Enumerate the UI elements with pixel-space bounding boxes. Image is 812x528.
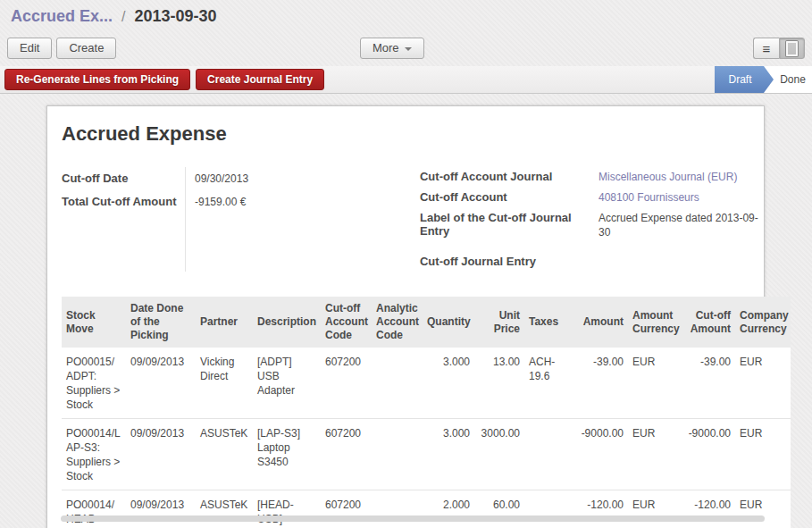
cell-company-currency: EUR — [735, 419, 791, 490]
breadcrumb-parent-link[interactable]: Accrued Ex... — [11, 7, 113, 25]
cell-description: [HEAD-USB] Headset USB — [253, 490, 321, 528]
form-sheet: Accrued Expense Cut-off DateTotal Cut-of… — [46, 105, 765, 528]
cell-partner: ASUSTeK — [196, 419, 253, 490]
regenerate-lines-button[interactable]: Re-Generate Lines from Picking — [4, 69, 190, 90]
col-header-description: Description — [253, 297, 321, 348]
col-header-taxes: Taxes — [524, 297, 576, 348]
cell-stock-move: PO00015/ADPT: Suppliers > Stock — [62, 348, 126, 419]
cell-cut-off-account-code: 607200 — [321, 348, 372, 419]
cell-taxes — [524, 419, 576, 490]
cell-analytic-account-code — [372, 419, 423, 490]
field-group-right: Cut-off Account JournalMiscellaneous Jou… — [420, 167, 764, 272]
cell-company-currency: EUR — [735, 348, 791, 419]
table-row[interactable]: PO00015/ADPT: Suppliers > Stock09/09/201… — [62, 348, 791, 419]
field-value-cut-off-date: 09/30/2013 — [195, 167, 420, 190]
cell-amount: -120.00 — [576, 490, 628, 528]
cutoff-lines-table: Stock MoveDate Done of the PickingPartne… — [62, 297, 791, 528]
status-state-done: Done — [774, 66, 812, 93]
field-label-cut-off-journal-entry: Cut-off Journal Entry — [420, 243, 599, 272]
toolbar: Edit Create More ≡ — [0, 32, 812, 66]
cell-amount-currency: EUR — [628, 419, 683, 490]
cell-unit-price: 3000.00 — [474, 419, 524, 490]
col-header-date-done-of-the-picking: Date Done of the Picking — [126, 297, 196, 348]
create-journal-entry-button[interactable]: Create Journal Entry — [196, 69, 324, 90]
cell-date-done-of-the-picking: 09/09/2013 — [126, 348, 196, 419]
cell-analytic-account-code — [372, 348, 423, 419]
table-row[interactable]: PO00014/LAP-S3: Suppliers > Stock09/09/2… — [62, 419, 791, 490]
cell-quantity: 3.000 — [423, 419, 474, 490]
cell-cut-off-amount: -39.00 — [683, 348, 735, 419]
breadcrumb-current: 2013-09-30 — [135, 7, 217, 25]
col-header-amount: Amount — [576, 297, 628, 348]
cell-amount: -9000.00 — [576, 419, 628, 490]
cell-analytic-account-code — [372, 490, 423, 528]
col-header-company-currency: Company Currency — [735, 297, 791, 348]
col-header-quantity: Quantity — [423, 297, 474, 348]
cell-date-done-of-the-picking: 09/09/2013 — [126, 419, 196, 490]
cell-unit-price: 60.00 — [474, 490, 524, 528]
horizontal-scrollbar[interactable] — [61, 515, 765, 522]
status-state-draft: Draft — [715, 66, 774, 93]
table-row[interactable]: PO00014/HEAD-USB: Suppliers > Stock09/09… — [62, 490, 791, 528]
col-header-stock-move: Stock Move — [62, 297, 126, 348]
cell-quantity: 2.000 — [423, 490, 474, 528]
cell-quantity: 3.000 — [423, 348, 474, 419]
cell-description: [LAP-S3] Laptop S3450 — [253, 419, 321, 490]
col-header-amount-currency: Amount Currency — [628, 297, 683, 348]
field-group-left: Cut-off DateTotal Cut-off Amount 09/30/2… — [62, 167, 420, 272]
field-label-cut-off-account: Cut-off Account — [420, 188, 599, 208]
col-header-analytic-account-code: Analytic Account Code — [372, 297, 423, 348]
breadcrumb-separator: / — [117, 9, 130, 24]
cell-company-currency: EUR — [735, 490, 791, 528]
cell-stock-move: PO00014/LAP-S3: Suppliers > Stock — [62, 419, 126, 490]
col-header-cut-off-amount: Cut-off Amount — [683, 297, 735, 348]
edit-button[interactable]: Edit — [7, 38, 52, 59]
form-view-button[interactable] — [779, 38, 805, 59]
cell-cut-off-amount: -9000.00 — [683, 419, 735, 490]
more-button[interactable]: More — [360, 38, 424, 59]
breadcrumb: Accrued Ex... / 2013-09-30 — [0, 0, 812, 32]
cell-stock-move: PO00014/HEAD-USB: Suppliers > Stock — [62, 490, 126, 528]
field-value-cut-off-account-journal[interactable]: Miscellaneous Journal (EUR) — [599, 167, 764, 188]
cell-taxes — [524, 490, 576, 528]
page-title: Accrued Expense — [62, 122, 764, 146]
cell-amount-currency: EUR — [628, 490, 683, 528]
col-header-unit-price: Unit Price — [474, 297, 524, 348]
cell-amount-currency: EUR — [628, 348, 683, 419]
status-row: Re-Generate Lines from Picking Create Jo… — [0, 66, 812, 94]
field-value-cut-off-account[interactable]: 408100 Fournisseurs — [599, 188, 764, 208]
cell-taxes: ACH-19.6 — [524, 348, 576, 419]
cell-partner: Vicking Direct — [196, 348, 253, 419]
field-value-label-of-the-cut-off-journal-entry: Accrued Expense dated 2013-09-30 — [599, 208, 764, 243]
statusbar: DraftDone — [715, 66, 812, 93]
field-value-cut-off-journal-entry — [599, 243, 764, 272]
view-switcher: ≡ — [753, 38, 805, 59]
field-label-total-cut-off-amount: Total Cut-off Amount — [62, 190, 185, 214]
col-header-partner: Partner — [196, 297, 253, 348]
caret-down-icon — [405, 47, 412, 51]
cell-partner: ASUSTeK — [196, 490, 253, 528]
cell-unit-price: 13.00 — [474, 348, 524, 419]
cell-date-done-of-the-picking: 09/09/2013 — [126, 490, 196, 528]
field-label-cut-off-account-journal: Cut-off Account Journal — [420, 167, 599, 188]
create-button[interactable]: Create — [56, 38, 116, 59]
more-button-label: More — [373, 41, 399, 54]
field-value-total-cut-off-amount: -9159.00 € — [195, 190, 420, 214]
field-label-label-of-the-cut-off-journal-entry: Label of the Cut-off Journal Entry — [420, 208, 599, 243]
cell-cut-off-account-code: 607200 — [321, 490, 372, 528]
list-view-button[interactable]: ≡ — [753, 38, 779, 59]
cell-cut-off-amount: -120.00 — [683, 490, 735, 528]
cell-amount: -39.00 — [576, 348, 628, 419]
cell-description: [ADPT] USB Adapter — [253, 348, 321, 419]
form-icon — [786, 41, 798, 56]
cell-cut-off-account-code: 607200 — [321, 419, 372, 490]
list-icon: ≡ — [763, 42, 771, 55]
col-header-cut-off-account-code: Cut-off Account Code — [321, 297, 372, 348]
field-label-cut-off-date: Cut-off Date — [62, 167, 185, 190]
